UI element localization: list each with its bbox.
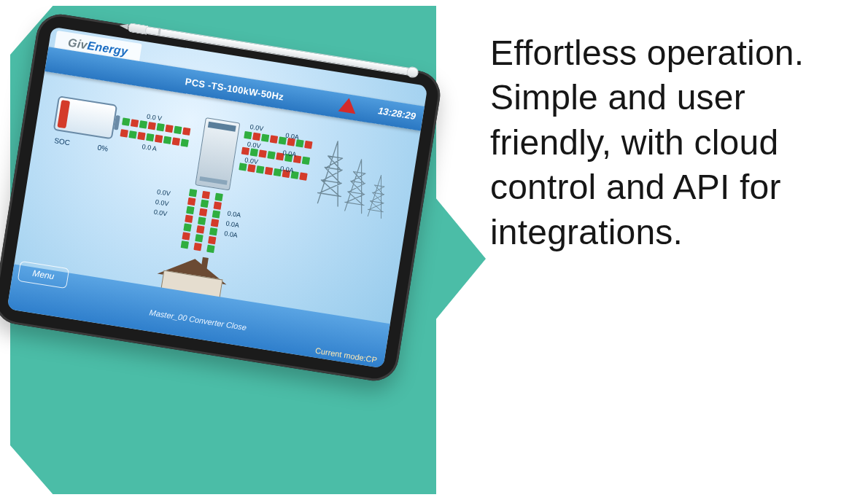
reading-load-a3: 0.0A [224, 230, 239, 239]
reading-batt-a: 0.0 A [142, 143, 158, 152]
reading-load-v3: 0.0V [153, 208, 168, 218]
battery-icon [53, 95, 117, 139]
flow-grid-3 [239, 163, 307, 181]
reading-load-v2: 0.0V [155, 198, 169, 208]
reading-batt-v: 0.0 V [146, 113, 162, 122]
soc-label: SOC [54, 136, 71, 147]
marketing-copy: Effortless operation. Simple and user fr… [490, 31, 848, 254]
soc-percent: 0% [97, 144, 109, 153]
tablet-device: GivEnergy PCS -TS-100kW-50Hz 13:28:29 SO… [0, 11, 443, 384]
flow-load-3 [206, 193, 223, 254]
tablet-bezel: GivEnergy PCS -TS-100kW-50Hz 13:28:29 SO… [0, 11, 443, 384]
feature-panel-arrow [435, 197, 486, 321]
reading-load-v1: 0.0V [156, 188, 171, 198]
tablet-screen[interactable]: GivEnergy PCS -TS-100kW-50Hz 13:28:29 SO… [7, 27, 428, 369]
alert-triangle-icon[interactable] [338, 97, 358, 114]
reading-grid-v1: 0.0V [249, 123, 264, 133]
menu-button-label: Menu [32, 268, 55, 282]
reading-load-a1: 0.0A [227, 209, 241, 219]
reading-load-a2: 0.0A [225, 219, 240, 229]
screen-title: PCS -TS-100kW-50Hz [185, 76, 284, 102]
pcs-cabinet-icon [195, 117, 240, 190]
